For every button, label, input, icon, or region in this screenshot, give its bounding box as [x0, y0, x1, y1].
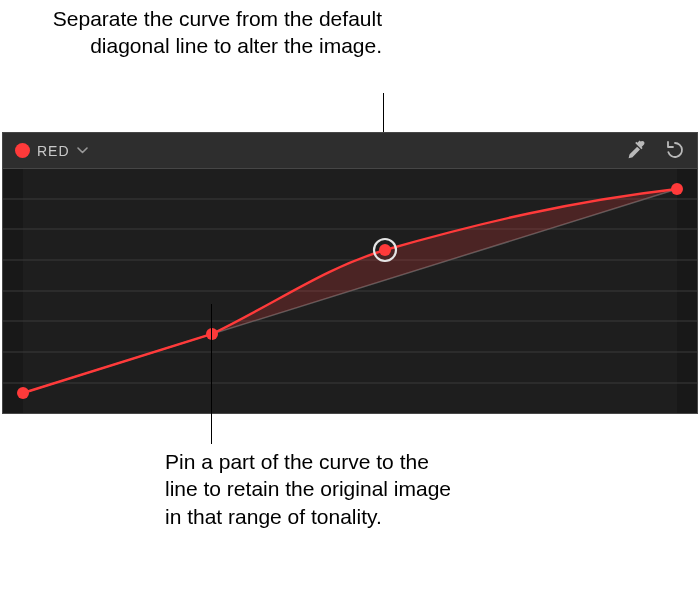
curve-editor[interactable]	[3, 169, 697, 413]
reset-button[interactable]	[663, 140, 685, 162]
panel-header: RED	[3, 133, 697, 169]
channel-label: RED	[37, 143, 70, 159]
channel-selector[interactable]: RED	[15, 143, 88, 159]
eyedropper-button[interactable]	[625, 140, 647, 162]
callout-bottom: Pin a part of the curve to the line to r…	[165, 448, 465, 530]
undo-arrow-icon	[664, 139, 684, 163]
curve-point-pin[interactable]	[206, 328, 218, 340]
chevron-down-icon	[77, 147, 88, 154]
eyedropper-icon	[626, 139, 646, 163]
color-curves-panel: RED	[2, 132, 698, 414]
header-tools	[625, 140, 685, 162]
channel-color-dot	[15, 143, 30, 158]
curve-point-highlight[interactable]	[671, 183, 683, 195]
callout-top: Separate the curve from the default diag…	[18, 5, 382, 60]
curve-delta-fill	[212, 189, 677, 334]
curve-canvas	[3, 169, 697, 413]
svg-point-10	[379, 244, 391, 256]
leader-line-bottom	[211, 304, 212, 444]
curve-point-shadow[interactable]	[17, 387, 29, 399]
